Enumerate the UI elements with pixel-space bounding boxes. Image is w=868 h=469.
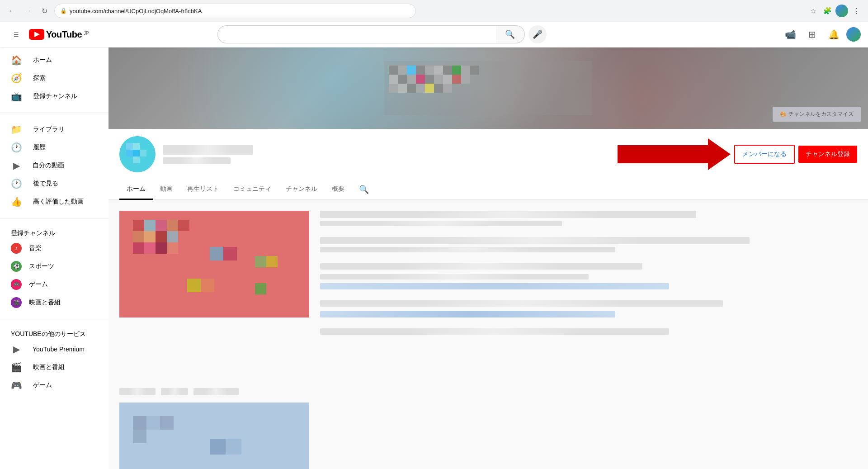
create-video-button[interactable]: 📹 (781, 25, 799, 43)
bottom-left-area (119, 388, 309, 395)
sidebar-channel-gaming[interactable]: 🎮 ゲーム (0, 275, 108, 294)
channel-sub-info-blurred (163, 157, 231, 164)
menu-button[interactable]: ⋮ (850, 5, 863, 17)
channel-name-blurred (163, 145, 253, 155)
svg-rect-29 (133, 143, 140, 150)
sidebar: 🏠 ホーム 🧭 探索 📺 登録チャンネル 📁 ライブラリ 🕐 履歴 (0, 22, 108, 469)
svg-rect-20 (389, 84, 398, 93)
video-list-item-5 (320, 328, 857, 337)
svg-rect-4 (416, 66, 425, 75)
reload-button[interactable]: ↻ (38, 5, 51, 17)
search-icon: 🔍 (505, 29, 515, 39)
tab-about[interactable]: 概要 (325, 180, 352, 200)
sidebar-channel-sports[interactable]: ⚽ スポーツ (0, 257, 108, 275)
channel-search-button[interactable]: 🔍 (355, 181, 373, 198)
bottom-thumb-row (119, 388, 309, 395)
svg-rect-39 (178, 220, 189, 231)
address-bar[interactable]: 🔒 youtube.com/channel/UCpOjLndjOqMoffA-f… (54, 4, 416, 18)
gaming-channel-icon: 🎮 (11, 279, 22, 290)
bottom-title-2 (161, 388, 188, 395)
search-input[interactable] (217, 25, 496, 43)
sidebar-item-my-videos[interactable]: ▶ 自分の動画 (0, 156, 108, 175)
video-list-item-1 (320, 211, 857, 228)
video-meta-blue-1 (320, 283, 669, 289)
banner-logo (384, 61, 592, 115)
sidebar-item-liked[interactable]: 👍 高く評価した動画 (0, 193, 108, 211)
svg-rect-43 (167, 231, 178, 242)
svg-rect-15 (425, 75, 434, 84)
browser-chrome: ← → ↻ 🔒 youtube.com/channel/UCpOjLndjOqM… (0, 0, 868, 22)
sidebar-item-youtube-premium[interactable]: ▶ YouTube Premium (0, 340, 108, 358)
sidebar-channel-music[interactable]: ♪ 音楽 (0, 239, 108, 257)
other-services-title: YOUTUBEの他のサービス (0, 327, 108, 340)
svg-rect-56 (133, 416, 146, 430)
video-title-1 (320, 211, 696, 218)
bookmark-button[interactable]: ☆ (807, 5, 819, 17)
second-video-thumbnail[interactable] (119, 403, 309, 469)
sidebar-item-explore[interactable]: 🧭 探索 (0, 69, 108, 87)
customize-channel-button[interactable]: 🎨 チャンネルをカスタマイズ (773, 107, 861, 122)
tab-channels[interactable]: チャンネル (278, 180, 325, 200)
extensions-button[interactable]: 🧩 (821, 5, 834, 17)
svg-rect-50 (255, 256, 266, 267)
liked-icon: 👍 (11, 196, 22, 207)
spacer-4 (320, 321, 857, 328)
sidebar-item-library[interactable]: 📁 ライブラリ (0, 120, 108, 138)
notifications-button[interactable]: 🔔 (825, 25, 843, 43)
hamburger-button[interactable]: ☰ (7, 25, 25, 43)
svg-rect-2 (398, 66, 407, 75)
svg-rect-54 (255, 283, 266, 294)
channel-tabs: ホーム 動画 再生リスト コミュニティ チャンネル 概要 🔍 (108, 180, 868, 200)
svg-rect-1 (389, 66, 398, 75)
bottom-title-1 (119, 388, 156, 395)
svg-rect-9 (461, 66, 470, 75)
svg-rect-51 (266, 256, 278, 267)
apps-icon: ⊞ (808, 29, 816, 40)
svg-rect-45 (144, 242, 156, 254)
tab-videos[interactable]: 動画 (153, 180, 180, 200)
music-channel-icon: ♪ (11, 243, 22, 254)
search-button[interactable]: 🔍 (496, 25, 525, 43)
featured-video-thumbnail[interactable] (119, 211, 309, 317)
main-content: 🎨 チャンネルをカスタマイズ (108, 22, 868, 469)
movies-label: 映画と番組 (29, 298, 61, 307)
sidebar-label-explore: 探索 (33, 74, 46, 82)
svg-rect-57 (146, 416, 160, 430)
tab-home[interactable]: ホーム (119, 180, 153, 200)
mic-button[interactable]: 🎤 (528, 25, 547, 43)
sidebar-item-movies-tv[interactable]: 🎬 映画と番組 (0, 358, 108, 376)
video-meta-3 (320, 274, 589, 280)
user-avatar[interactable] (846, 27, 861, 42)
profile-button[interactable] (835, 5, 848, 17)
forward-button[interactable]: → (22, 5, 34, 17)
arrow-bar (618, 145, 708, 163)
svg-rect-53 (201, 279, 214, 292)
svg-rect-18 (452, 75, 461, 84)
svg-rect-19 (461, 75, 470, 84)
sidebar-item-watch-later[interactable]: 🕐 後で見る (0, 175, 108, 193)
sidebar-channel-movies[interactable]: 🎬 映画と番組 (0, 294, 108, 312)
tab-playlists[interactable]: 再生リスト (180, 180, 226, 200)
subscribe-button[interactable]: チャンネル登録 (798, 146, 857, 163)
become-member-button[interactable]: メンバーになる (734, 145, 795, 164)
svg-rect-55 (119, 403, 309, 469)
video-list-item-4 (320, 300, 857, 317)
sidebar-main-nav: 🏠 ホーム 🧭 探索 📺 登録チャンネル (0, 47, 108, 109)
apps-button[interactable]: ⊞ (803, 25, 821, 43)
red-arrow-annotation (618, 138, 731, 170)
sidebar-item-gaming[interactable]: 🎮 ゲーム (0, 376, 108, 394)
svg-rect-40 (133, 231, 144, 242)
yt-logo-icon (29, 29, 44, 40)
sidebar-item-subscriptions[interactable]: 📺 登録チャンネル (0, 87, 108, 105)
youtube-logo[interactable]: YouTube JP (29, 29, 89, 40)
sidebar-item-home[interactable]: 🏠 ホーム (0, 51, 108, 69)
tab-community[interactable]: コミュニティ (226, 180, 278, 200)
back-button[interactable]: ← (5, 5, 18, 17)
sidebar-label-library: ライブラリ (33, 125, 65, 133)
channel-bottom-row (108, 381, 868, 403)
spacer-2 (320, 258, 857, 263)
url-text: youtube.com/channel/UCpOjLndjOqMoffA-fr8… (70, 8, 410, 14)
sidebar-item-history[interactable]: 🕐 履歴 (0, 138, 108, 156)
search-area: 🔍 🎤 (217, 25, 547, 43)
video-title-5 (320, 328, 669, 335)
